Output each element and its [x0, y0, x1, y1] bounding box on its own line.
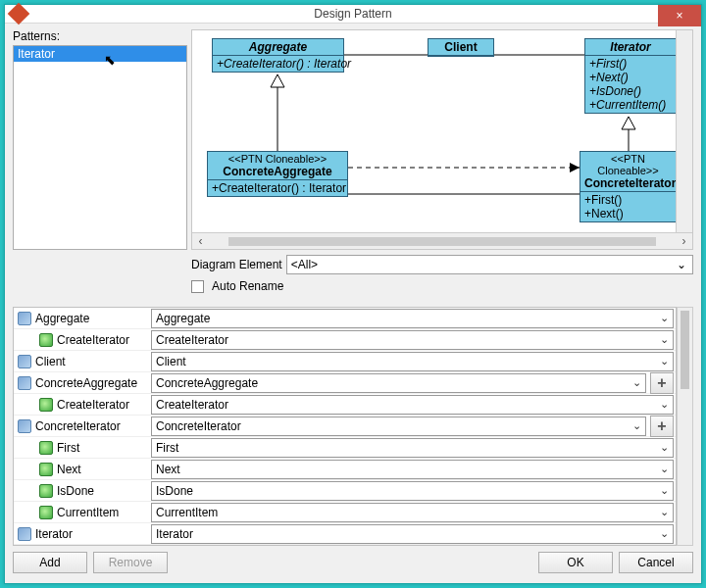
cancel-button[interactable]: Cancel [619, 552, 693, 573]
properties-vscrollbar[interactable] [677, 307, 693, 546]
svg-marker-5 [622, 117, 635, 129]
property-name-cell: ConcreteIterator [14, 419, 149, 433]
property-value-text: Iterator [156, 527, 193, 541]
property-value-text: First [156, 441, 178, 455]
close-button[interactable]: × [658, 5, 701, 26]
hscroll-thumb[interactable] [228, 237, 656, 246]
property-value-combo[interactable]: Aggregate⌄ [151, 309, 674, 328]
property-value-combo[interactable]: Next⌄ [151, 460, 674, 479]
uml-iterator[interactable]: Iterator +First() +Next() +IsDone() +Cur… [584, 38, 676, 114]
class-icon [18, 312, 31, 325]
scroll-right-icon[interactable]: › [676, 234, 692, 248]
diagram-element-label: Diagram Element [191, 258, 282, 271]
client-area: Patterns: Iterator ⬉ [5, 24, 701, 583]
property-value-text: Client [156, 355, 186, 368]
properties-grid[interactable]: AggregateAggregate⌄CreateIteratorCreateI… [13, 307, 677, 546]
uml-aggregate[interactable]: Aggregate +CreateIterator() : Iterator [212, 38, 344, 73]
chevron-down-icon: ⌄ [660, 527, 669, 540]
uml-concrete-aggregate[interactable]: <<PTN Cloneable>>ConcreteAggregate +Crea… [207, 151, 348, 197]
property-name-cell: CreateIterator [14, 398, 149, 412]
titlebar[interactable]: Design Pattern × [5, 5, 701, 24]
chevron-down-icon: ⌄ [660, 312, 669, 324]
property-value-cell: CreateIterator⌄ [149, 395, 676, 415]
property-value-text: ConcreteIterator [156, 419, 241, 433]
property-value-combo[interactable]: First⌄ [151, 438, 674, 458]
property-name-cell: Iterator [14, 527, 149, 541]
property-value-text: Aggregate [156, 312, 210, 325]
property-name-label: Client [35, 355, 66, 368]
uml-iterator-op-isdone: +IsDone() [589, 84, 672, 98]
property-row[interactable]: NextNext⌄ [14, 459, 676, 480]
auto-rename-label: Auto Rename [212, 279, 283, 293]
property-value-text: IsDone [156, 484, 193, 498]
vscroll-thumb[interactable] [681, 311, 689, 389]
uml-iterator-name: Iterator [610, 40, 650, 54]
class-icon [18, 376, 31, 390]
property-name-cell: CurrentItem [14, 506, 149, 519]
diagram-vscrollbar[interactable] [676, 30, 692, 232]
property-name-label: CurrentItem [57, 506, 119, 519]
property-value-text: CreateIterator [156, 333, 228, 347]
add-instance-button[interactable]: + [650, 416, 674, 437]
operation-icon [39, 484, 53, 498]
property-value-combo[interactable]: CreateIterator⌄ [151, 395, 674, 415]
property-row[interactable]: IteratorIterator⌄ [14, 523, 676, 545]
ok-button[interactable]: OK [538, 552, 613, 573]
property-name-label: Aggregate [35, 312, 89, 325]
property-value-cell: CreateIterator⌄ [149, 330, 676, 350]
diagram-panel: Aggregate +CreateIterator() : Iterator C… [191, 29, 693, 250]
chevron-down-icon: ⌄ [660, 398, 669, 411]
property-value-combo[interactable]: ConcreteAggregate⌄ [151, 373, 646, 393]
button-bar: Add Remove OK Cancel [13, 550, 693, 575]
uml-concreteiterator-op-first: +First() [584, 193, 672, 207]
diagram-element-value: <All> [287, 256, 322, 273]
upper-panel: Patterns: Iterator ⬉ [13, 29, 693, 250]
scroll-left-icon[interactable]: ‹ [192, 234, 209, 248]
property-value-combo[interactable]: CurrentItem⌄ [151, 503, 674, 522]
property-row[interactable]: CreateIteratorCreateIterator⌄ [14, 394, 676, 416]
uml-client[interactable]: Client [428, 38, 494, 57]
remove-button[interactable]: Remove [93, 552, 168, 573]
uml-iterator-op-currentitem: +CurrentItem() [589, 98, 672, 112]
property-value-combo[interactable]: ConcreteIterator⌄ [151, 416, 646, 436]
add-instance-button[interactable]: + [650, 372, 674, 394]
property-value-cell: IsDone⌄ [149, 481, 676, 501]
property-row[interactable]: ClientClient⌄ [14, 351, 676, 372]
property-name-cell: IsDone [14, 484, 149, 498]
mid-panel: Diagram Element <All> ⌄ Auto Rename [13, 254, 693, 303]
diagram-element-combo[interactable]: <All> ⌄ [286, 255, 693, 274]
patterns-item-iterator[interactable]: Iterator [14, 46, 186, 62]
property-value-combo[interactable]: IsDone⌄ [151, 481, 674, 501]
operation-icon [39, 398, 53, 412]
class-icon [18, 355, 31, 368]
chevron-down-icon: ⌄ [677, 258, 686, 271]
chevron-down-icon: ⌄ [632, 376, 641, 389]
property-row[interactable]: FirstFirst⌄ [14, 437, 676, 459]
svg-marker-3 [271, 74, 284, 87]
uml-concreteiterator-stereo: <<PTN Cloneable>> [584, 153, 672, 176]
property-row[interactable]: ConcreteAggregateConcreteAggregate⌄+ [14, 372, 676, 394]
property-name-cell: ConcreteAggregate [14, 376, 149, 390]
property-row[interactable]: CreateIteratorCreateIterator⌄ [14, 329, 676, 351]
property-row[interactable]: AggregateAggregate⌄ [14, 308, 676, 329]
property-value-combo[interactable]: Client⌄ [151, 352, 674, 371]
patterns-panel: Patterns: Iterator ⬉ [13, 29, 187, 250]
uml-aggregate-name: Aggregate [249, 40, 307, 54]
add-button[interactable]: Add [13, 552, 87, 573]
uml-concreteaggregate-stereo: <<PTN Cloneable>> [212, 153, 343, 165]
uml-concreteaggregate-op: +CreateIterator() : Iterator [212, 181, 343, 195]
diagram-canvas[interactable]: Aggregate +CreateIterator() : Iterator C… [192, 30, 676, 232]
auto-rename-checkbox[interactable] [191, 280, 204, 293]
chevron-down-icon: ⌄ [660, 484, 669, 497]
property-value-combo[interactable]: CreateIterator⌄ [151, 330, 674, 350]
property-row[interactable]: IsDoneIsDone⌄ [14, 480, 676, 502]
property-value-combo[interactable]: Iterator⌄ [151, 524, 674, 544]
property-row[interactable]: ConcreteIteratorConcreteIterator⌄+ [14, 416, 676, 437]
property-row[interactable]: CurrentItemCurrentItem⌄ [14, 502, 676, 523]
uml-concrete-iterator[interactable]: <<PTN Cloneable>>ConcreteIterator +First… [580, 151, 676, 222]
operation-icon [39, 506, 53, 519]
operation-icon [39, 333, 53, 347]
property-name-label: CreateIterator [57, 398, 129, 412]
patterns-list[interactable]: Iterator ⬉ [13, 45, 187, 250]
diagram-hscrollbar[interactable]: ‹ › [192, 232, 692, 249]
